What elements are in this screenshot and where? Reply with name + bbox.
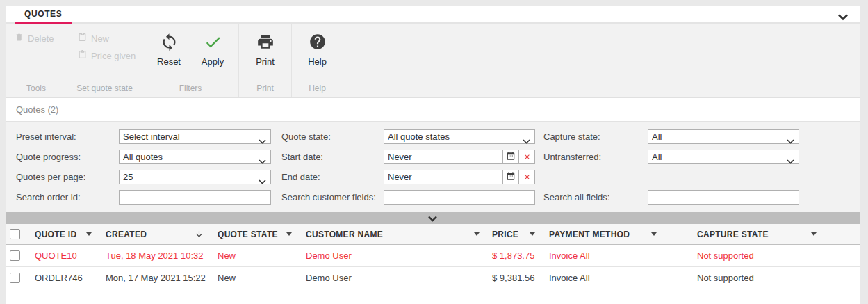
calendar-icon [506,171,516,184]
select-all-cell [6,229,35,239]
column-label: PAYMENT METHOD [549,230,630,239]
group-caption-set-quote-state: Set quote state [67,83,142,93]
column-header-customer-name[interactable]: CUSTOMER NAME [306,224,492,244]
column-menu-caret-icon[interactable] [86,232,92,236]
cell-price: $ 9,381.56 [492,273,549,283]
column-label: CUSTOMER NAME [306,230,383,239]
column-menu-caret-icon[interactable] [811,232,817,236]
start-date-calendar-button[interactable] [502,150,518,163]
column-menu-caret-icon[interactable] [651,232,657,236]
cell-price: $ 1,873.75 [492,250,549,261]
search-customer-fields-input[interactable] [384,190,535,205]
group-caption-tools: Tools [6,83,67,93]
sort-descending-icon [195,230,204,239]
search-order-id-label: Search order id: [16,192,119,202]
capture-state-select[interactable]: All [648,129,799,144]
table-row[interactable]: ORDER746 Mon, 17 May 2021 15:22 New Demo… [6,267,860,289]
print-button-label: Print [256,56,275,67]
row-checkbox[interactable] [10,273,20,283]
reset-button[interactable]: Reset [149,32,188,67]
end-date-calendar-button[interactable] [502,170,518,184]
untransferred-select[interactable]: All [648,150,799,164]
end-date-control [384,170,535,184]
cell-quote-id: QUOTE10 [35,250,106,261]
search-order-id-input[interactable] [119,190,271,205]
cell-created: Tue, 18 May 2021 10:32 [106,250,218,261]
clipboard-icon [78,33,87,44]
start-date-label: Start date: [271,152,384,162]
clear-x-icon [523,171,531,184]
set-state-price-given-label: Price given [91,51,136,61]
toolbar-group-tools: Delete Tools [6,24,67,97]
column-header-capture-state[interactable]: CAPTURE STATE [697,224,860,244]
table-row[interactable]: QUOTE10 Tue, 18 May 2021 10:32 New Demo … [6,245,860,267]
column-menu-caret-icon[interactable] [530,232,535,236]
select-all-checkbox[interactable] [10,229,20,239]
help-icon [309,32,327,51]
untransferred-label: Untransferred: [535,152,648,162]
column-header-payment-method[interactable]: PAYMENT METHOD [549,224,697,244]
preset-interval-select-control[interactable]: Select interval [119,129,271,144]
clear-x-icon [523,151,531,163]
cell-capture-state: Not supported [697,250,860,261]
collapse-chevron-down-icon [427,212,438,225]
apply-button[interactable]: Apply [193,32,232,67]
column-header-quote-id[interactable]: QUOTE ID [35,224,106,244]
search-customer-fields-label: Search customer fields: [271,192,384,202]
column-label: PRICE [492,230,518,239]
set-state-new-button[interactable]: New [78,33,142,44]
delete-button[interactable]: Delete [15,33,67,44]
quotes-panel: QUOTES Delete Tools [6,6,860,304]
group-caption-filters: Filters [142,83,238,93]
group-caption-print: Print [239,83,291,93]
section-title: Quotes (2) [16,104,58,115]
preset-interval-label: Preset interval: [16,131,119,142]
table-header: QUOTE ID CREATED QUOTE STATE CUSTOMER NA… [6,224,860,245]
row-checkbox[interactable] [10,250,20,261]
cell-capture-state: Not supported [697,273,860,283]
quote-progress-select[interactable]: All quotes [119,150,271,164]
column-header-quote-state[interactable]: QUOTE STATE [218,224,306,244]
set-state-price-given-button[interactable]: Price given [78,50,142,61]
preset-interval-select[interactable]: Select interval [119,129,271,144]
capture-state-select-control[interactable]: All [648,129,799,144]
clipboard-icon [78,50,87,61]
column-menu-caret-icon[interactable] [286,232,292,236]
search-all-fields-input[interactable] [648,190,799,205]
cell-quote-id: ORDER746 [35,273,106,283]
quote-state-select[interactable]: All quote states [384,129,535,144]
untransferred-select-control[interactable]: All [648,150,799,164]
quote-progress-select-control[interactable]: All quotes [119,150,271,164]
refresh-icon [160,32,179,51]
cell-customer-name: Demo User [306,250,492,261]
toolbar-group-set-quote-state: New Price given Set quote state [67,24,142,97]
start-date-clear-button[interactable] [518,150,534,163]
quote-state-label: Quote state: [271,131,384,142]
filter-collapse-strip[interactable] [6,212,860,224]
column-label: CAPTURE STATE [697,230,769,239]
panel-collapse-chevron-icon[interactable] [837,11,849,24]
quote-state-select-control[interactable]: All quote states [384,129,535,144]
help-button[interactable]: Help [298,32,337,67]
column-label: QUOTE ID [35,230,76,239]
end-date-input[interactable] [384,170,502,184]
column-header-created[interactable]: CREATED [106,224,218,244]
tab-quotes-label: QUOTES [24,9,62,19]
end-date-clear-button[interactable] [518,170,534,184]
cell-payment-method: Invoice All [549,273,697,283]
column-header-price[interactable]: PRICE [492,224,549,244]
tab-quotes[interactable]: QUOTES [15,6,72,24]
toolbar-group-print: Print Print [239,24,292,97]
quotes-per-page-label: Quotes per page: [16,172,119,182]
column-menu-caret-icon[interactable] [474,232,480,236]
printer-icon [256,32,275,51]
start-date-input[interactable] [384,150,502,163]
cell-payment-method: Invoice All [549,250,697,261]
quotes-per-page-select-control[interactable]: 25 [119,170,271,184]
toolbar-group-help: Help Help [292,24,343,97]
quotes-per-page-select[interactable]: 25 [119,170,271,184]
print-button[interactable]: Print [246,32,285,67]
calendar-icon [506,151,516,163]
cell-customer-name: Demo User [306,273,492,283]
cell-created: Mon, 17 May 2021 15:22 [106,273,218,283]
